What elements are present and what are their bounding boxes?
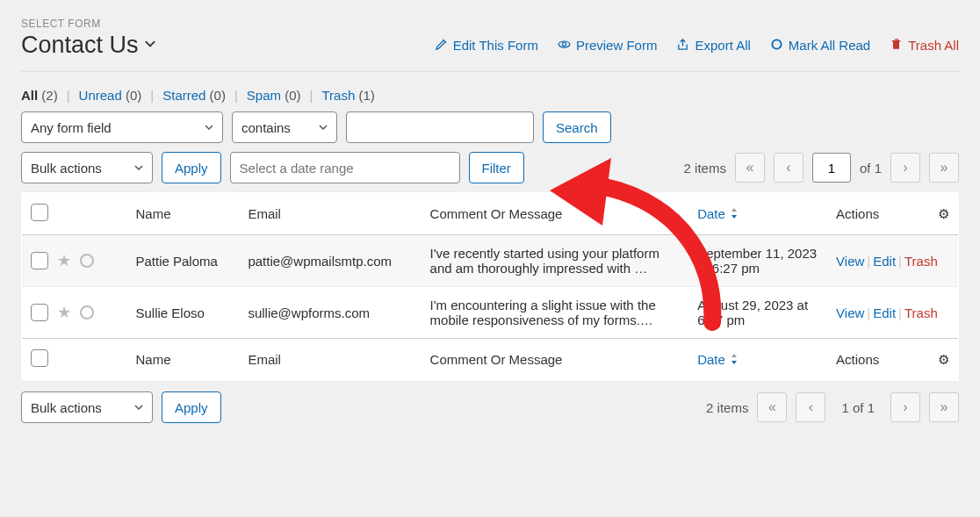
header-row: Contact Us Edit This Form Preview Form E… <box>21 32 959 72</box>
row-edit-link[interactable]: Edit <box>873 254 896 269</box>
export-all-label: Export All <box>695 38 750 53</box>
svg-point-1 <box>772 39 781 48</box>
row-edit-link[interactable]: Edit <box>873 305 896 320</box>
status-unread[interactable]: Unread <box>79 88 122 103</box>
status-unread-count: (0) <box>126 88 141 103</box>
cell-actions: View|Edit|Trash <box>827 287 958 339</box>
cell-message: I've recently started using your platfor… <box>422 235 689 287</box>
col-name-footer[interactable]: Name <box>127 339 240 381</box>
search-value-input[interactable] <box>346 111 534 143</box>
status-spam-count: (0) <box>285 88 300 103</box>
pag-of-text: of 1 <box>860 161 882 176</box>
col-email-footer[interactable]: Email <box>239 339 421 381</box>
row-trash-link[interactable]: Trash <box>904 305 938 320</box>
apply-button[interactable]: Apply <box>162 152 221 183</box>
pag-last-bottom[interactable]: » <box>929 392 959 422</box>
preview-form-link[interactable]: Preview Form <box>558 38 658 54</box>
pag-prev[interactable]: ‹ <box>774 153 803 183</box>
preview-form-label: Preview Form <box>576 38 658 53</box>
export-icon <box>676 38 689 54</box>
col-email[interactable]: Email <box>239 193 421 235</box>
col-name[interactable]: Name <box>127 193 240 235</box>
pag-next[interactable]: › <box>890 153 920 183</box>
table-row: ★ Pattie Paloma pattie@wpmailsmtp.com I'… <box>22 235 959 287</box>
bulk-filter-row: Bulk actions Apply Filter 2 items « ‹ of… <box>21 152 959 183</box>
read-indicator[interactable] <box>80 305 94 320</box>
date-range-input[interactable] <box>230 152 460 183</box>
cell-name: Sullie Eloso <box>127 287 240 339</box>
star-icon[interactable]: ★ <box>57 251 71 270</box>
row-view-link[interactable]: View <box>836 305 864 320</box>
status-spam[interactable]: Spam <box>247 88 281 103</box>
entries-table: Name Email Comment Or Message Date Actio… <box>21 192 959 381</box>
select-form-label: SELECT FORM <box>21 18 959 30</box>
read-indicator[interactable] <box>80 254 94 268</box>
cell-email: pattie@wpmailsmtp.com <box>239 235 421 287</box>
bulk-actions-select-bottom[interactable]: Bulk actions <box>21 391 153 423</box>
select-all-checkbox-footer[interactable] <box>31 349 48 367</box>
circle-icon <box>770 38 783 54</box>
items-count-text-bottom: 2 items <box>706 400 748 415</box>
pag-last[interactable]: » <box>929 153 959 183</box>
star-icon[interactable]: ★ <box>57 303 71 322</box>
pag-first[interactable]: « <box>735 153 765 183</box>
col-actions: Actions <box>827 193 929 235</box>
form-title-dropdown[interactable]: Contact Us <box>21 32 156 59</box>
trash-all-label: Trash All <box>908 38 959 53</box>
filter-button[interactable]: Filter <box>469 152 524 183</box>
pencil-icon <box>435 38 448 54</box>
items-count-text: 2 items <box>684 161 726 176</box>
row-checkbox[interactable] <box>31 304 48 321</box>
form-title-text: Contact Us <box>21 32 139 59</box>
svg-rect-2 <box>894 40 899 47</box>
status-trash[interactable]: Trash <box>321 88 355 103</box>
cell-email: sullie@wpforms.com <box>239 287 421 339</box>
search-filters-row: Any form field contains Search <box>21 111 959 143</box>
pagination-bottom: 2 items « ‹ 1 of 1 › » <box>706 392 959 422</box>
search-button[interactable]: Search <box>543 111 611 143</box>
bottom-bar: Bulk actions Apply 2 items « ‹ 1 of 1 › … <box>21 391 959 423</box>
status-trash-count: (1) <box>358 88 374 103</box>
svg-point-0 <box>562 42 566 46</box>
sort-icon <box>729 352 739 367</box>
col-message-footer[interactable]: Comment Or Message <box>422 339 689 381</box>
status-starred-count: (0) <box>210 88 226 103</box>
export-all-link[interactable]: Export All <box>676 38 750 54</box>
select-all-checkbox[interactable] <box>31 204 48 221</box>
cell-name: Pattie Paloma <box>127 235 240 287</box>
status-all[interactable]: All <box>21 88 38 103</box>
edit-form-label: Edit This Form <box>453 38 538 53</box>
mark-read-label: Mark All Read <box>789 38 870 53</box>
cell-date: August 29, 2023 at 6:27 pm <box>688 287 827 339</box>
cell-actions: View|Edit|Trash <box>827 235 958 287</box>
col-message[interactable]: Comment Or Message <box>422 193 689 235</box>
cell-message: I'm encountering a slight issue with the… <box>422 287 689 339</box>
row-checkbox[interactable] <box>31 252 48 269</box>
row-trash-link[interactable]: Trash <box>904 254 938 269</box>
gear-icon-footer[interactable]: ⚙ <box>938 352 949 367</box>
mark-read-link[interactable]: Mark All Read <box>770 38 870 54</box>
eye-icon <box>558 38 571 54</box>
pagination-top: 2 items « ‹ of 1 › » <box>684 153 959 183</box>
gear-icon[interactable]: ⚙ <box>938 206 949 221</box>
col-date[interactable]: Date <box>697 206 739 221</box>
status-all-count: (2) <box>41 88 57 103</box>
status-starred[interactable]: Starred <box>162 88 205 103</box>
pag-current-input[interactable] <box>812 153 851 183</box>
pag-next-bottom[interactable]: › <box>890 392 920 422</box>
trash-all-link[interactable]: Trash All <box>890 38 959 54</box>
pag-first-bottom[interactable]: « <box>757 392 787 422</box>
status-filter-bar: All (2) | Unread (0) | Starred (0) | Spa… <box>21 88 959 103</box>
apply-button-bottom[interactable]: Apply <box>162 391 221 423</box>
field-select[interactable]: Any form field <box>21 111 223 143</box>
sort-icon <box>729 206 739 221</box>
pag-prev-bottom[interactable]: ‹ <box>796 392 825 422</box>
toolbar: Edit This Form Preview Form Export All M… <box>435 38 959 54</box>
edit-form-link[interactable]: Edit This Form <box>435 38 538 54</box>
trash-icon <box>890 38 903 54</box>
pag-of-text-bottom: 1 of 1 <box>834 400 882 415</box>
operator-select[interactable]: contains <box>232 111 337 143</box>
col-date-footer[interactable]: Date <box>697 352 739 367</box>
bulk-actions-select[interactable]: Bulk actions <box>21 152 153 183</box>
row-view-link[interactable]: View <box>836 254 864 269</box>
